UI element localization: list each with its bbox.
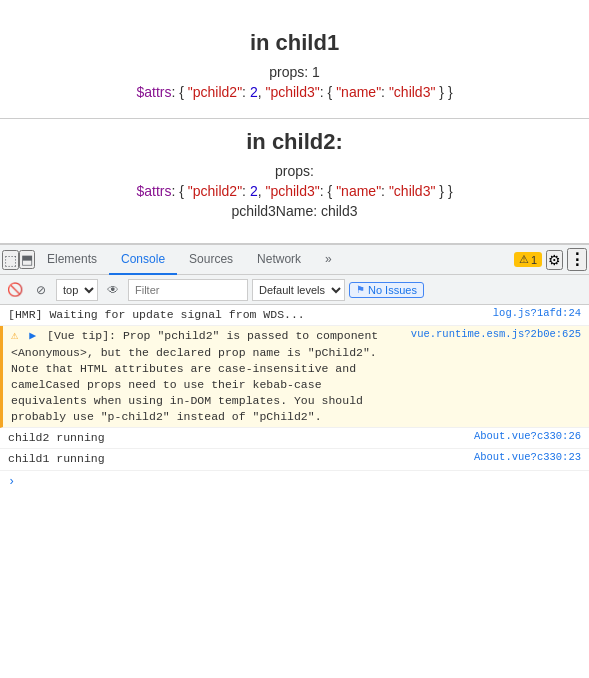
console-line-child2: child2 running About.vue?c330:26	[0, 428, 589, 449]
child2-heading: in child2:	[0, 129, 589, 155]
child2-extra: pchild3Name: child3	[0, 203, 589, 219]
prompt-arrow-icon: ›	[8, 475, 15, 489]
child1-heading: in child1	[0, 30, 589, 56]
eye-icon-button[interactable]: 👁	[102, 279, 124, 301]
more-options-button[interactable]: ⋮	[567, 248, 587, 271]
console-line-hmr-source[interactable]: log.js?1afd:24	[493, 307, 581, 319]
child2-section: in child2: props: $attrs: { "pchild2": 2…	[0, 119, 589, 233]
child1-attrs: $attrs: { "pchild2": 2, "pchild3": { "na…	[0, 84, 589, 100]
toggle-messages-button[interactable]: ⊘	[30, 279, 52, 301]
console-line-warning: ⚠ ▶ [Vue tip]: Prop "pchild2" is passed …	[0, 326, 589, 428]
console-prompt[interactable]: ›	[0, 471, 589, 493]
alert-count-badge: ⚠ 1	[514, 252, 542, 267]
child2-props: props:	[0, 163, 589, 179]
child1-section: in child1 props: 1 $attrs: { "pchild2": …	[0, 20, 589, 118]
console-line-child2-text: child2 running	[8, 430, 466, 446]
top-context-select[interactable]: top	[56, 279, 98, 301]
console-line-warning-source[interactable]: vue.runtime.esm.js?2b0e:625	[411, 328, 581, 340]
child1-props: props: 1	[0, 64, 589, 80]
child2-attrs: $attrs: { "pchild2": 2, "pchild3": { "na…	[0, 183, 589, 199]
tab-network[interactable]: Network	[245, 245, 313, 275]
console-output: [HMR] Waiting for update signal from WDS…	[0, 305, 589, 584]
console-line-warning-text: ⚠ ▶ [Vue tip]: Prop "pchild2" is passed …	[11, 328, 403, 425]
console-line-child2-source[interactable]: About.vue?c330:26	[474, 430, 581, 442]
clear-console-button[interactable]: 🚫	[4, 279, 26, 301]
console-line-hmr-text: [HMR] Waiting for update signal from WDS…	[8, 307, 485, 323]
device-toolbar-button[interactable]: ⬒	[19, 250, 35, 269]
no-issues-badge: No Issues	[349, 282, 424, 298]
inspect-element-button[interactable]: ⬚	[2, 250, 19, 270]
devtools-toolbar2: 🚫 ⊘ top 👁 Default levels No Issues	[0, 275, 589, 305]
main-content: in child1 props: 1 $attrs: { "pchild2": …	[0, 0, 589, 244]
filter-input[interactable]	[128, 279, 248, 301]
console-line-child1-source[interactable]: About.vue?c330:23	[474, 451, 581, 463]
tab-more[interactable]: »	[313, 245, 344, 275]
levels-select[interactable]: Default levels	[252, 279, 345, 301]
tab-console[interactable]: Console	[109, 245, 177, 275]
warning-expand-button[interactable]: ▶	[29, 329, 36, 342]
settings-button[interactable]: ⚙	[546, 250, 563, 270]
console-line-child1: child1 running About.vue?c330:23	[0, 449, 589, 470]
tab-sources[interactable]: Sources	[177, 245, 245, 275]
tab-elements[interactable]: Elements	[35, 245, 109, 275]
warning-icon: ⚠	[11, 329, 18, 343]
console-line-hmr: [HMR] Waiting for update signal from WDS…	[0, 305, 589, 326]
console-line-child1-text: child1 running	[8, 451, 466, 467]
devtools-panel: ⬚ ⬒ Elements Console Sources Network » ⚠…	[0, 244, 589, 584]
devtools-tabs-row: ⬚ ⬒ Elements Console Sources Network » ⚠…	[0, 245, 589, 275]
